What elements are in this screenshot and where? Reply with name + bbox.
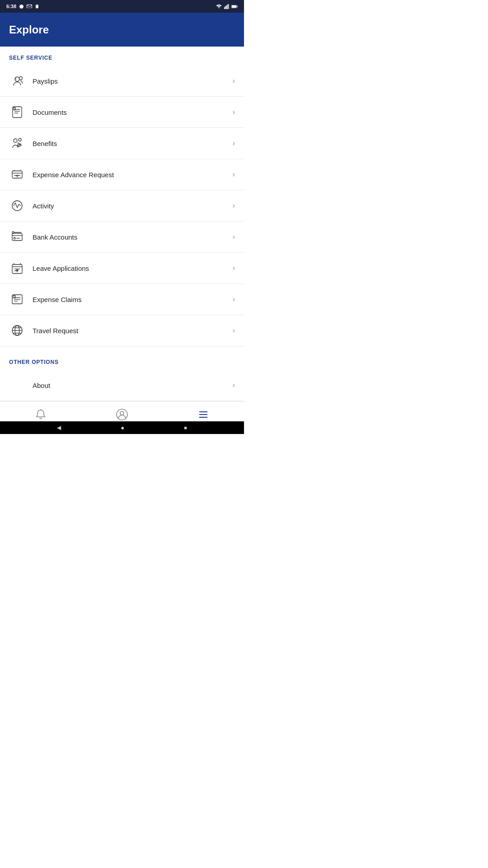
chevron-icon-documents: › [233, 108, 235, 116]
svg-rect-4 [225, 6, 226, 9]
clipboard-icon [35, 4, 39, 9]
benefits-icon [9, 135, 25, 151]
svg-line-21 [18, 142, 19, 143]
svg-point-61 [120, 411, 124, 415]
menu-item-leave-applications[interactable]: Leave Applications › [0, 253, 244, 284]
activity-icon [9, 198, 25, 214]
bank-accounts-label: Bank Accounts [33, 233, 233, 241]
expense-advance-icon [9, 166, 25, 183]
svg-point-20 [19, 138, 21, 141]
chevron-icon-payslips: › [233, 77, 235, 85]
bank-accounts-icon [9, 229, 25, 245]
home-button[interactable]: ● [121, 424, 124, 431]
menu-item-payslips[interactable]: $ Payslips › [0, 66, 244, 97]
svg-rect-34 [12, 233, 22, 241]
gmail-icon [27, 4, 32, 9]
status-bar-right [216, 4, 238, 9]
menu-item-travel-request[interactable]: Travel Request › [0, 315, 244, 346]
svg-rect-2 [36, 4, 38, 5]
section-label-self-service: SELF SERVICE [0, 47, 244, 66]
chevron-icon-bank-accounts: › [233, 233, 235, 241]
profile-nav-icon [116, 409, 128, 420]
recent-button[interactable]: ■ [184, 425, 187, 430]
page-title: Explore [9, 24, 49, 36]
chevron-icon-activity: › [233, 202, 235, 210]
svg-rect-10 [232, 5, 236, 8]
android-nav-bar: ◀ ● ■ [0, 421, 244, 434]
svg-point-36 [14, 237, 15, 239]
menu-item-benefits[interactable]: Benefits › [0, 128, 244, 159]
travel-request-label: Travel Request [33, 327, 233, 335]
chevron-icon-expense-claims: › [233, 295, 235, 303]
svg-point-12 [19, 77, 23, 80]
menu-item-activity[interactable]: Activity › [0, 190, 244, 222]
expense-claims-label: Expense Claims [33, 296, 233, 303]
chevron-icon-about: › [233, 381, 235, 389]
expense-claims-icon [9, 291, 25, 307]
status-time: 6:38 [6, 4, 16, 9]
explore-nav-icon [197, 409, 209, 420]
svg-rect-7 [228, 4, 229, 9]
menu-item-documents[interactable]: Documents › [0, 97, 244, 128]
svg-point-19 [14, 139, 17, 142]
menu-item-expense-claims[interactable]: Expense Claims › [0, 284, 244, 315]
battery-icon [231, 5, 238, 9]
svg-rect-9 [237, 6, 238, 7]
about-label: About [33, 382, 233, 389]
payslips-icon: $ [9, 73, 25, 89]
svg-rect-3 [224, 7, 225, 9]
benefits-label: Benefits [33, 140, 233, 147]
documents-icon [9, 104, 25, 120]
about-icon [9, 377, 25, 393]
expense-advance-label: Expense Advance Request [33, 171, 233, 179]
menu-item-bank-accounts[interactable]: Bank Accounts › [0, 222, 244, 253]
status-bar-left: 6:38 [6, 4, 39, 9]
header: Explore [0, 13, 244, 47]
leave-applications-icon [9, 260, 25, 276]
leave-applications-label: Leave Applications [33, 264, 233, 272]
status-bar: 6:38 [0, 0, 244, 13]
chevron-icon-expense-advance: › [233, 170, 235, 179]
alerts-nav-icon [35, 409, 47, 420]
wifi-icon [216, 4, 222, 9]
svg-rect-14 [13, 107, 22, 118]
chevron-icon-benefits: › [233, 139, 235, 147]
svg-point-38 [12, 231, 14, 233]
documents-label: Documents [33, 108, 233, 116]
back-button[interactable]: ◀ [57, 425, 61, 431]
menu-item-expense-advance[interactable]: Expense Advance Request › [0, 159, 244, 190]
svg-rect-0 [36, 5, 38, 8]
svg-text:$: $ [15, 77, 17, 80]
svg-rect-6 [227, 5, 228, 9]
travel-request-icon [9, 322, 25, 339]
settings-icon [19, 4, 24, 9]
section-label-other-options: OTHER OPTIONS [0, 351, 244, 370]
chevron-icon-travel-request: › [233, 326, 235, 335]
payslips-label: Payslips [33, 77, 233, 85]
svg-rect-5 [226, 5, 227, 9]
chevron-icon-leave-applications: › [233, 264, 235, 272]
menu-item-about[interactable]: About › [0, 370, 244, 401]
activity-label: Activity [33, 202, 233, 210]
main-content: SELF SERVICE $ Payslips › Document [0, 47, 244, 401]
signal-icon [224, 4, 229, 9]
